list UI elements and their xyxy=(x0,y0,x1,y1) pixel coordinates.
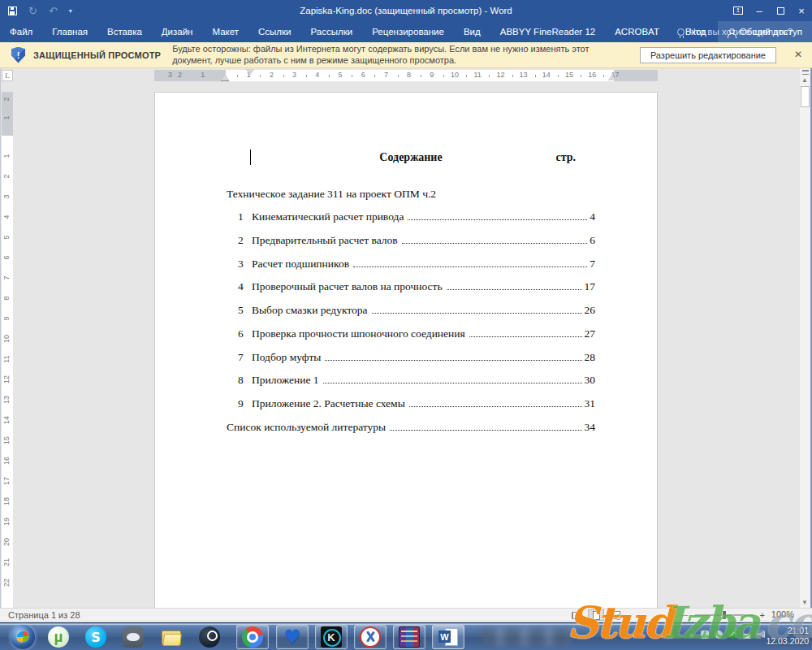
print-layout-button[interactable] xyxy=(588,609,604,621)
undo-icon[interactable]: ↶ xyxy=(49,6,58,16)
toc-title: Предварительный расчет валов xyxy=(252,234,398,247)
chrome-icon[interactable] xyxy=(236,625,269,649)
taskbar-clock[interactable]: 21:01 12.03.2020 xyxy=(766,626,809,647)
vertical-scrollbar[interactable]: ▲ ▼ xyxy=(799,68,810,608)
customize-quick-access-icon[interactable]: ▾ xyxy=(69,7,72,15)
ruler-tick xyxy=(306,75,307,77)
winrar-icon[interactable] xyxy=(393,625,425,649)
tab-acrobat[interactable]: ACROBAT xyxy=(605,21,669,42)
close-button[interactable]: × xyxy=(791,0,812,21)
ribbon-display-options-button[interactable]: ↥ xyxy=(728,0,749,21)
tab-рассылки[interactable]: Рассылки xyxy=(301,21,363,42)
page-indicator[interactable]: Страница 1 из 28 xyxy=(8,610,80,620)
hanging-indent-marker[interactable] xyxy=(221,75,229,80)
zoom-slider[interactable] xyxy=(695,614,754,616)
protected-view-bar: ! ЗАЩИЩЕННЫЙ ПРОСМОТР Будьте осторожны: … xyxy=(0,42,812,68)
toc-row: 8Приложение 130 xyxy=(227,367,595,391)
tray-volume-icon[interactable] xyxy=(757,630,765,639)
clock-date: 12.03.2020 xyxy=(766,636,809,647)
redo-icon[interactable]: ↻ xyxy=(28,6,37,16)
protected-view-close-icon[interactable]: ✕ xyxy=(794,49,802,60)
tab-макет[interactable]: Макет xyxy=(202,21,248,42)
utorrent-icon[interactable]: µ xyxy=(42,625,75,649)
ruler-number: 11 xyxy=(474,71,482,79)
snipping-tool-icon-glyph xyxy=(360,626,381,648)
ruler-number: 9 xyxy=(430,71,434,79)
blurred-taskbar-button[interactable] xyxy=(481,628,570,646)
toc-header-row: Содержание стр. xyxy=(227,148,595,180)
ruler-toggle-icon[interactable] xyxy=(802,70,809,75)
word-taskbar-icon[interactable]: W xyxy=(432,625,464,649)
tab-вставка[interactable]: Вставка xyxy=(97,21,152,42)
tray-antivirus-icon[interactable]: ✓ xyxy=(728,630,737,639)
toc-title: Подбор муфты xyxy=(252,351,321,364)
toc-row: 3Расчет подшипников7 xyxy=(227,250,595,274)
protected-view-message: Будьте осторожны: файлы из Интернета мог… xyxy=(172,44,627,66)
zoom-out-button[interactable]: — xyxy=(681,611,689,619)
tab-вид[interactable]: Вид xyxy=(454,21,490,42)
toc-page-number: 7 xyxy=(590,258,595,271)
zoom-slider-thumb[interactable] xyxy=(723,611,726,619)
tab-дизайн[interactable]: Дизайн xyxy=(152,21,203,42)
windows-start-button[interactable] xyxy=(6,625,39,649)
scroll-down-icon[interactable]: ▼ xyxy=(801,599,808,606)
zoom-in-button[interactable]: + xyxy=(760,610,765,620)
zoom-level[interactable]: 100% xyxy=(771,609,794,619)
utorrent-icon-glyph: µ xyxy=(48,626,69,648)
tab-рецензирование[interactable]: Рецензирование xyxy=(362,21,454,42)
tray-app-icon[interactable] xyxy=(701,630,709,639)
ruler-number: 6 xyxy=(361,71,365,79)
vruler-number: 3 xyxy=(2,191,11,202)
snipping-tool-icon[interactable] xyxy=(354,625,387,649)
vruler-number: 18 xyxy=(2,496,11,507)
tray-network-icon[interactable] xyxy=(743,630,751,639)
tab-ссылки[interactable]: Ссылки xyxy=(248,21,301,42)
tray-app-icon-2[interactable] xyxy=(715,630,723,639)
ruler-number: 12 xyxy=(496,71,504,79)
scroll-up-icon[interactable]: ▲ xyxy=(801,76,808,84)
ruler-number: 15 xyxy=(565,71,573,79)
ruler-tick xyxy=(466,75,467,77)
read-mode-button[interactable] xyxy=(568,609,585,621)
zoom-control: — + xyxy=(681,609,765,622)
enable-editing-button[interactable]: Разрешить редактирование xyxy=(640,47,776,63)
shield-icon: ! xyxy=(11,47,25,63)
minimize-button[interactable]: – xyxy=(749,0,770,21)
first-line-indent-marker[interactable] xyxy=(246,69,254,75)
vruler-number: 2 xyxy=(2,171,11,182)
document-page[interactable]: Содержание стр. Техническое задание 311 … xyxy=(154,92,658,608)
toc-number: 7 xyxy=(238,351,252,364)
tab-файл[interactable]: Файл xyxy=(0,21,42,42)
file-explorer-icon-glyph xyxy=(160,626,181,648)
ruler-number: 5 xyxy=(338,71,342,79)
document-area[interactable]: Содержание стр. Техническое задание 311 … xyxy=(15,81,799,608)
steam-icon-glyph xyxy=(199,626,220,648)
print-layout-icon xyxy=(593,611,600,620)
heart-app-icon[interactable]: ♥ xyxy=(276,625,309,649)
toc-title: Проверочный расчет валов на прочность xyxy=(252,280,443,293)
dot-leader xyxy=(469,336,582,337)
vertical-ruler[interactable]: 2112345678910111213141516171819202122 xyxy=(0,81,15,608)
restore-button[interactable] xyxy=(770,0,791,21)
tray-chevron-icon[interactable]: ▲ xyxy=(688,630,695,639)
right-indent-marker[interactable] xyxy=(608,75,616,80)
tab-stop-selector[interactable]: L xyxy=(2,70,13,81)
toc-row: 9Приложение 2. Расчетные схемы31 xyxy=(227,390,595,414)
web-layout-button[interactable] xyxy=(607,609,624,621)
steam-icon[interactable] xyxy=(193,625,226,649)
tab-abbyy-finereader-12[interactable]: ABBYY FineReader 12 xyxy=(490,21,605,42)
tab-главная[interactable]: Главная xyxy=(42,21,97,42)
toc-number: 4 xyxy=(238,280,252,293)
vruler-number: 14 xyxy=(2,414,11,426)
sign-in-link[interactable]: Вход xyxy=(674,27,718,37)
horizontal-ruler[interactable]: 3211234567891011121314151617 xyxy=(15,70,799,81)
share-button[interactable]: Общий доступ xyxy=(718,21,812,42)
kmplayer-icon[interactable]: K xyxy=(315,625,348,649)
discord-icon[interactable] xyxy=(117,625,149,649)
toc-page-number: 6 xyxy=(590,234,595,247)
save-icon[interactable] xyxy=(8,6,17,15)
scrollbar-thumb[interactable] xyxy=(801,86,810,107)
dot-leader xyxy=(447,289,582,290)
file-explorer-icon[interactable] xyxy=(154,625,187,649)
skype-icon[interactable]: S xyxy=(80,625,112,649)
